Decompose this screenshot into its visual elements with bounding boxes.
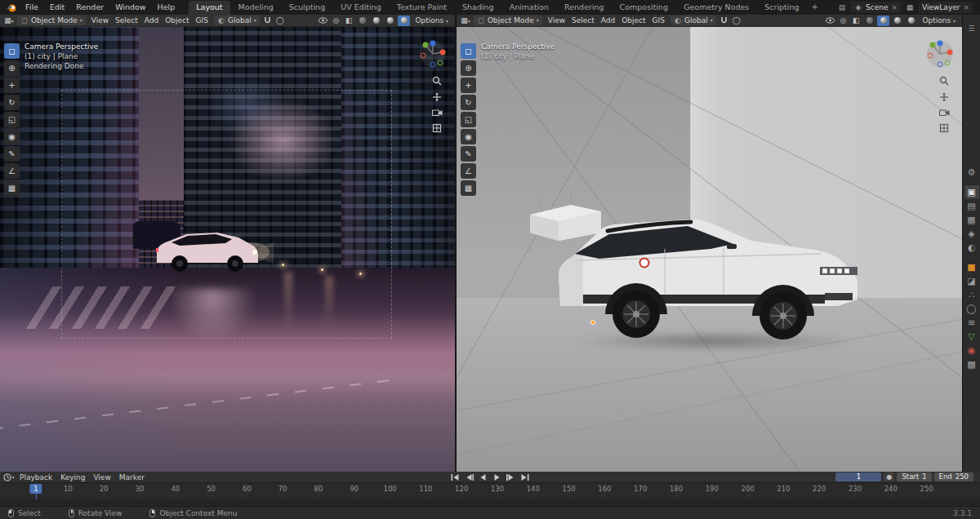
shading-material-button[interactable]	[384, 16, 396, 26]
orientation-select-right[interactable]: ◐ Global▾	[670, 16, 716, 25]
timeline-ruler[interactable]: 1020304050607080901001101201301401501601…	[0, 483, 980, 499]
options-menu-right[interactable]: Options ▾	[919, 15, 959, 27]
tab-uv-editing[interactable]: UV Editing	[333, 1, 389, 15]
menu-help[interactable]: Help	[152, 0, 181, 15]
timeline-menu-playback[interactable]: Playback	[16, 472, 56, 483]
mode-select-right[interactable]: ◻ Object Mode▾	[474, 16, 542, 25]
annotate-tool[interactable]: ✎	[461, 146, 476, 162]
toggle-ortho-icon[interactable]	[939, 123, 949, 133]
visibility-icon[interactable]	[824, 16, 835, 25]
properties-tab-view-layer[interactable]: ▦	[964, 213, 979, 227]
jump-to-start-button[interactable]	[449, 472, 462, 482]
select-box-tool[interactable]: ◻	[461, 43, 476, 59]
timeline-menu-view[interactable]: View	[89, 472, 114, 483]
properties-tab-world[interactable]: ◐	[964, 241, 979, 255]
options-menu-left[interactable]: Options ▾	[412, 15, 452, 27]
add-cube-tool[interactable]: ▦	[461, 180, 476, 196]
overlays-icon[interactable]: ◎	[330, 16, 341, 25]
toggle-ortho-icon[interactable]	[432, 123, 442, 133]
menu-render[interactable]: Render	[70, 0, 109, 15]
timeline-editor-type-icon[interactable]: ▾	[3, 472, 15, 482]
measure-tool[interactable]: ∠	[4, 163, 20, 179]
tab-modeling[interactable]: Modeling	[231, 1, 281, 15]
timeline-menu-marker[interactable]: Marker	[115, 472, 149, 483]
cursor-tool[interactable]: ⊕	[4, 60, 20, 76]
properties-tab-texture[interactable]: ▩	[964, 357, 979, 371]
viewport-3d-left[interactable]: ◻ ⊕ + ↻ ◱ ◉ ✎ ∠ ▦ Camera Perspective (1)…	[0, 27, 455, 472]
annotate-tool[interactable]: ✎	[4, 146, 20, 162]
shading-solid-button[interactable]	[370, 16, 382, 26]
prev-keyframe-button[interactable]	[463, 472, 476, 482]
editor-type-icon[interactable]: ▦▾	[3, 16, 15, 25]
shading-rendered-button[interactable]	[905, 16, 917, 26]
snap-magnet-icon[interactable]	[262, 16, 274, 25]
rotate-tool[interactable]: ↻	[4, 95, 20, 110]
move-tool[interactable]: +	[4, 78, 20, 93]
properties-tab-particles[interactable]: ∴	[964, 288, 979, 302]
shading-material-button[interactable]	[891, 16, 903, 26]
shading-solid-button[interactable]	[877, 16, 889, 26]
viewlayer-selector[interactable]: ViewLayer ×	[918, 2, 973, 13]
xray-icon[interactable]: ◧	[850, 16, 862, 25]
vp-left-menu-gis[interactable]: GIS	[193, 15, 212, 27]
pan-hand-icon[interactable]	[939, 92, 949, 102]
zoom-icon[interactable]	[939, 76, 949, 86]
shading-wireframe-button[interactable]	[863, 16, 875, 26]
viewlayer-unlink-icon[interactable]: ×	[963, 3, 969, 11]
car-object-solid[interactable]	[550, 198, 865, 345]
play-button[interactable]	[491, 472, 504, 482]
menu-file[interactable]: File	[20, 0, 44, 15]
vp-right-menu-object[interactable]: Object	[618, 15, 648, 27]
overlays-icon[interactable]: ◎	[837, 16, 849, 25]
properties-tab-scene[interactable]: ◈	[964, 227, 979, 241]
scale-tool[interactable]: ◱	[461, 112, 476, 127]
cursor-tool[interactable]: ⊕	[461, 60, 476, 76]
blender-logo-icon[interactable]	[4, 2, 18, 12]
jump-to-end-button[interactable]	[519, 472, 532, 482]
vp-right-menu-view[interactable]: View	[545, 15, 568, 27]
add-workspace-button[interactable]: +	[807, 1, 823, 14]
tab-layout[interactable]: Layout	[189, 1, 229, 15]
tab-sculpting[interactable]: Sculpting	[282, 1, 332, 15]
current-frame-field[interactable]: 1	[835, 472, 881, 481]
properties-tab-tool[interactable]: ⚙	[964, 166, 979, 180]
properties-tab-constraints[interactable]: ≡	[964, 316, 979, 330]
shading-rendered-button[interactable]	[398, 16, 410, 26]
proportional-edit-icon[interactable]: ◯	[731, 16, 742, 25]
pan-hand-icon[interactable]	[432, 92, 442, 102]
scene-unlink-icon[interactable]: ×	[891, 3, 898, 11]
menu-window[interactable]: Window	[109, 0, 151, 15]
tab-rendering[interactable]: Rendering	[557, 1, 612, 15]
camera-view-icon[interactable]	[939, 109, 950, 117]
tab-scripting[interactable]: Scripting	[757, 1, 806, 15]
menu-edit[interactable]: Edit	[44, 0, 70, 15]
editor-type-icon[interactable]: ▦▾	[460, 16, 471, 25]
measure-tool[interactable]: ∠	[461, 163, 476, 179]
properties-editor-icon[interactable]: ☰	[964, 21, 979, 35]
vp-right-menu-select[interactable]: Select	[568, 15, 598, 27]
zoom-icon[interactable]	[432, 76, 442, 86]
transform-tool[interactable]: ◉	[4, 129, 20, 144]
tab-geometry-nodes[interactable]: Geometry Nodes	[676, 1, 756, 15]
tab-texture-paint[interactable]: Texture Paint	[390, 1, 454, 15]
snap-magnet-icon[interactable]	[719, 16, 730, 25]
vp-left-menu-add[interactable]: Add	[141, 15, 162, 27]
scale-tool[interactable]: ◱	[4, 112, 20, 127]
next-keyframe-button[interactable]	[505, 472, 518, 482]
add-cube-tool[interactable]: ▦	[4, 180, 20, 196]
xray-icon[interactable]: ◧	[343, 16, 354, 25]
move-tool[interactable]: +	[461, 78, 476, 93]
camera-view-icon[interactable]	[432, 109, 443, 117]
shading-wireframe-button[interactable]	[356, 16, 368, 26]
scene-selector[interactable]: ◈ Scene ×	[850, 2, 902, 13]
proportional-edit-icon[interactable]: ◯	[274, 16, 286, 25]
orientation-select-left[interactable]: ◐ Global▾	[214, 16, 260, 25]
mode-select-left[interactable]: ◻ Object Mode▾	[17, 16, 86, 25]
vp-left-menu-view[interactable]: View	[88, 15, 112, 27]
properties-tab-object[interactable]: ■	[964, 260, 979, 274]
select-box-tool[interactable]: ◻	[4, 43, 20, 59]
playhead-frame-badge[interactable]: 1	[29, 484, 42, 494]
vp-right-menu-add[interactable]: Add	[598, 15, 618, 27]
rotate-tool[interactable]: ↻	[461, 95, 476, 110]
frame-end-field[interactable]: End250	[934, 472, 973, 481]
